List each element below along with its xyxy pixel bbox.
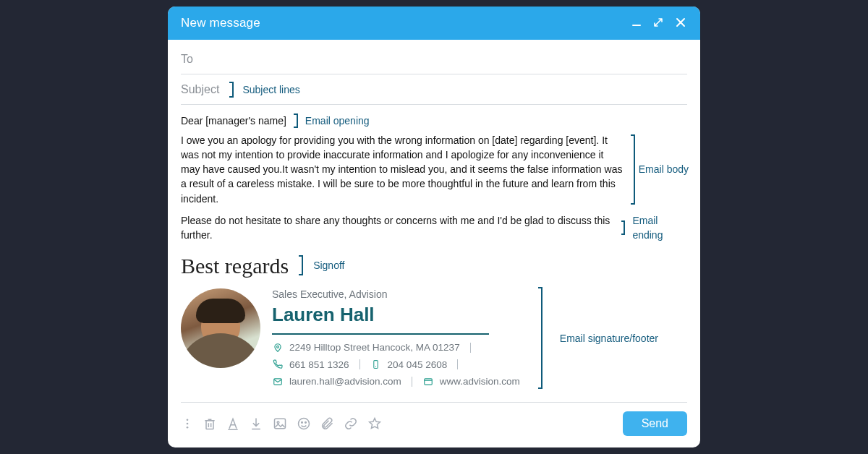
send-button[interactable]: Send [623,411,687,436]
font-icon[interactable] [226,416,240,431]
email-signoff: Best regards [181,250,289,282]
trash-icon[interactable] [203,416,217,431]
bottom-toolbar: Send [168,403,700,447]
svg-point-0 [277,346,279,348]
avatar [181,288,260,368]
close-icon[interactable] [674,16,687,31]
bracket-icon [538,287,542,389]
svg-rect-3 [425,379,433,385]
emoji-icon[interactable] [297,416,311,431]
svg-point-10 [299,418,310,429]
bracket-icon [631,134,635,205]
annotation-signoff: Signoff [313,258,344,273]
email-body-area[interactable]: Dear [manager's name] Email opening I ow… [168,105,700,392]
signature-mobile: 204 045 2608 [388,358,448,372]
svg-rect-8 [275,419,286,428]
svg-point-12 [305,421,307,423]
signature-email: lauren.hall@advision.com [289,374,401,389]
signature-address: 2249 Hilltop Street Hancock, MA 01237 [289,340,460,355]
attach-icon[interactable] [320,416,334,431]
signature-divider [272,333,489,335]
bracket-icon [621,220,626,235]
signature-phone: 661 851 1326 [289,358,349,372]
email-ending: Please do not hesitate to share any thou… [181,213,614,243]
svg-point-11 [302,421,303,423]
bracket-icon [229,82,234,98]
svg-point-6 [187,427,189,429]
annotation-subject: Subject lines [242,84,299,95]
compose-window: New message To Subject Subject lines Dea… [168,7,700,447]
email-icon [272,377,284,387]
image-icon[interactable] [272,416,288,431]
restore-icon[interactable] [652,17,664,30]
annotation-signature: Email signature/footer [560,331,658,346]
annotation-ending: Email ending [632,213,687,243]
bracket-icon [299,255,303,275]
svg-point-4 [187,419,189,421]
annotation-body: Email body [639,162,689,176]
svg-point-9 [277,421,279,424]
location-icon [272,343,284,353]
signature-name: Lauren Hall [272,301,521,329]
svg-point-5 [187,422,189,424]
titlebar: New message [168,7,700,40]
website-icon [422,377,434,387]
annotation-opening: Email opening [305,113,370,128]
link-icon[interactable] [343,416,359,431]
to-field[interactable]: To [181,44,687,74]
phone-icon [272,359,284,369]
signature-block: Sales Executive, Advision Lauren Hall 22… [181,286,687,392]
signature-title: Sales Executive, Advision [272,287,521,301]
signature-website: www.advision.com [440,374,520,389]
download-icon[interactable] [249,416,263,431]
email-body: I owe you an apology for providing you w… [181,133,625,206]
bracket-icon [294,113,298,128]
window-title: New message [181,16,260,30]
more-icon[interactable] [181,416,194,431]
star-icon[interactable] [367,416,382,431]
mobile-icon [370,359,382,369]
subject-field[interactable]: Subject Subject lines [181,74,687,105]
to-label: To [181,53,193,66]
email-opening: Dear [manager's name] [181,113,286,128]
minimize-icon[interactable] [631,17,642,30]
subject-label: Subject [181,83,219,96]
svg-rect-7 [206,421,213,429]
